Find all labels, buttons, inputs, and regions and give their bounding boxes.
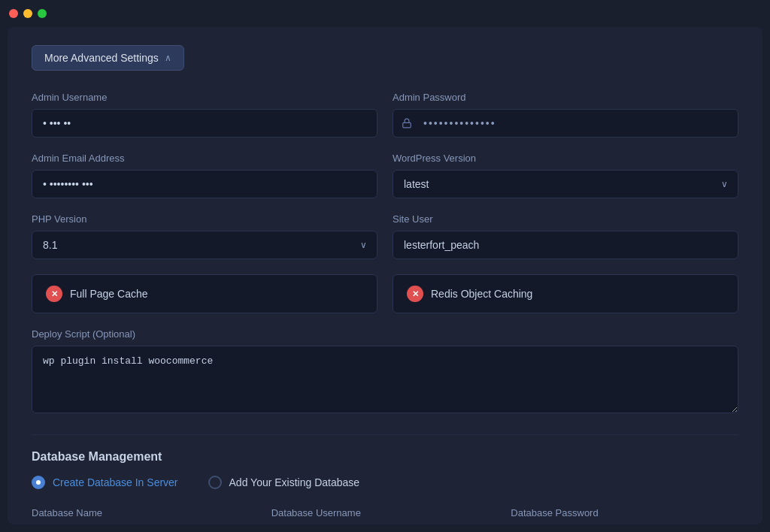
admin-username-input[interactable] <box>32 109 377 138</box>
php-version-group: PHP Version 8.1 8.0 7.4 <box>32 213 377 259</box>
php-version-select-wrapper: 8.1 8.0 7.4 <box>32 231 377 259</box>
admin-password-group: Admin Password <box>393 92 738 138</box>
php-version-label: PHP Version <box>32 213 377 225</box>
admin-credentials-row: Admin Username Admin Password <box>32 92 738 138</box>
deploy-script-textarea[interactable]: wp plugin install woocommerce <box>32 346 738 413</box>
create-database-option[interactable]: Create Database In Server <box>32 476 178 489</box>
cache-toggle-row: Full Page Cache Redis Object Caching <box>32 274 738 313</box>
redis-object-caching-label: Redis Object Caching <box>431 288 532 300</box>
close-button[interactable] <box>9 9 18 18</box>
database-radio-group: Create Database In Server Add Your Exist… <box>32 476 738 489</box>
traffic-lights <box>9 9 47 18</box>
database-management-section: Database Management Create Database In S… <box>32 450 738 524</box>
existing-database-option[interactable]: Add Your Existing Database <box>208 476 360 489</box>
site-user-input[interactable] <box>393 231 738 259</box>
wordpress-version-select-wrapper: latest 6.4 6.3 <box>393 170 738 198</box>
admin-username-group: Admin Username <box>32 92 377 138</box>
db-password-label: Database Password <box>511 507 738 518</box>
admin-email-input[interactable] <box>32 170 377 198</box>
wordpress-version-select[interactable]: latest 6.4 6.3 <box>393 170 738 198</box>
database-fields-row: Database Name Database Username Database… <box>32 507 738 524</box>
admin-password-input[interactable] <box>393 109 738 138</box>
db-username-group: Database Username <box>271 507 499 524</box>
admin-email-label: Admin Email Address <box>32 153 377 164</box>
maximize-button[interactable] <box>38 9 47 18</box>
db-password-group: Database Password <box>511 507 738 524</box>
create-database-label: Create Database In Server <box>53 476 178 488</box>
more-advanced-settings-label: More Advanced Settings <box>44 52 159 64</box>
full-page-cache-toggle[interactable]: Full Page Cache <box>32 274 377 313</box>
full-page-cache-icon <box>46 286 62 302</box>
minimize-button[interactable] <box>23 9 32 18</box>
admin-username-label: Admin Username <box>32 92 377 103</box>
svg-rect-0 <box>403 122 411 127</box>
more-advanced-settings-button[interactable]: More Advanced Settings ∧ <box>32 45 184 71</box>
chevron-up-icon: ∧ <box>165 53 171 63</box>
db-name-label: Database Name <box>32 507 259 518</box>
php-siteuser-row: PHP Version 8.1 8.0 7.4 Site User <box>32 213 738 259</box>
deploy-script-section: Deploy Script (Optional) wp plugin insta… <box>32 328 738 413</box>
existing-database-label: Add Your Existing Database <box>229 476 360 488</box>
deploy-script-group: Deploy Script (Optional) wp plugin insta… <box>32 328 738 413</box>
db-name-group: Database Name <box>32 507 259 524</box>
site-user-group: Site User <box>393 213 738 259</box>
titlebar <box>0 0 770 27</box>
admin-password-input-wrapper <box>393 109 738 138</box>
key-icon <box>402 118 412 128</box>
site-user-label: Site User <box>393 213 738 225</box>
email-version-row: Admin Email Address WordPress Version la… <box>32 153 738 198</box>
admin-password-label: Admin Password <box>393 92 738 103</box>
admin-email-group: Admin Email Address <box>32 153 377 198</box>
php-version-select[interactable]: 8.1 8.0 7.4 <box>32 231 377 259</box>
database-section-title: Database Management <box>32 450 738 464</box>
create-database-radio[interactable] <box>32 476 45 489</box>
main-container: More Advanced Settings ∧ Admin Username … <box>8 27 762 524</box>
redis-object-caching-toggle[interactable]: Redis Object Caching <box>393 274 738 313</box>
section-divider <box>32 434 738 435</box>
wordpress-version-label: WordPress Version <box>393 153 738 164</box>
full-page-cache-label: Full Page Cache <box>70 288 148 300</box>
db-username-label: Database Username <box>271 507 499 518</box>
deploy-script-label: Deploy Script (Optional) <box>32 328 738 340</box>
wordpress-version-group: WordPress Version latest 6.4 6.3 <box>393 153 738 198</box>
existing-database-radio[interactable] <box>208 476 222 489</box>
redis-object-caching-icon <box>407 286 423 302</box>
